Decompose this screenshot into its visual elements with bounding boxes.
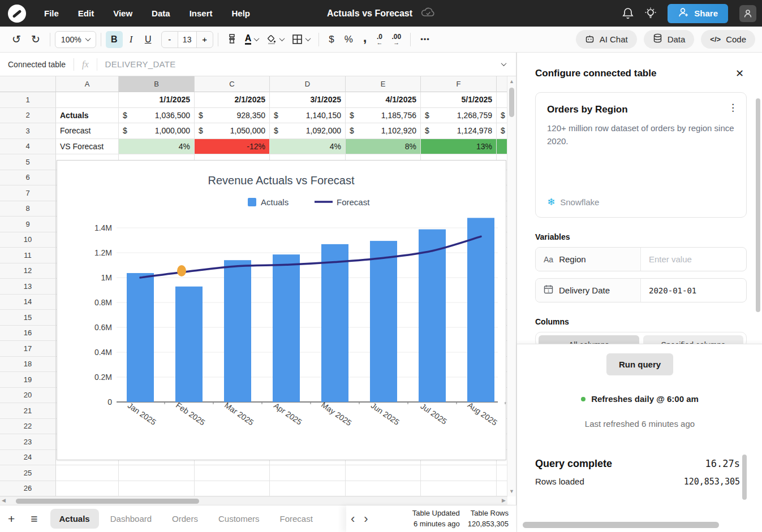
borders-button[interactable] <box>288 34 314 45</box>
formula-input[interactable]: DELIVERY_DATE <box>97 59 502 69</box>
tab-customers[interactable]: Customers <box>209 509 269 529</box>
row-header-20[interactable]: 20 <box>0 388 56 404</box>
sheet-list-menu-icon[interactable]: ≡ <box>23 512 45 526</box>
cell[interactable] <box>346 481 421 497</box>
underline-button[interactable]: U <box>140 31 157 48</box>
row-header-11[interactable]: 11 <box>0 248 56 263</box>
tab-dashboard[interactable]: Dashboard <box>101 509 161 529</box>
cell[interactable]: 5/1/2025 <box>421 92 497 108</box>
cell[interactable]: $1,124,978 <box>421 123 497 139</box>
vertical-scroll-thumb[interactable] <box>509 88 514 117</box>
panel-scroll-thumb[interactable] <box>756 98 760 312</box>
column-header-E[interactable]: E <box>346 76 421 92</box>
code-panel-button[interactable]: </> Code <box>701 30 755 49</box>
cell[interactable]: Forecast <box>56 123 119 139</box>
kebab-menu-icon[interactable]: ⋮ <box>728 102 738 114</box>
undo-icon[interactable]: ↺ <box>7 34 26 45</box>
cell[interactable] <box>497 481 507 497</box>
cell[interactable] <box>270 481 346 497</box>
row-header-7[interactable]: 7 <box>0 185 56 201</box>
formula-bar-expand-icon[interactable] <box>501 60 507 66</box>
row-header-4[interactable]: 4 <box>0 139 56 155</box>
next-tab-icon[interactable]: › <box>359 513 372 525</box>
query-section-scroll-thumb[interactable] <box>742 455 747 500</box>
increase-decimal-icon[interactable]: .00→ <box>387 33 406 46</box>
grid-corner[interactable] <box>0 76 56 92</box>
row-header-9[interactable]: 9 <box>0 217 56 232</box>
cell[interactable]: $1,140,150 <box>270 108 346 124</box>
decrease-decimal-icon[interactable]: .0← <box>372 33 387 46</box>
notifications-bell-icon[interactable] <box>622 7 634 20</box>
menu-edit[interactable]: Edit <box>78 8 94 18</box>
menu-data[interactable]: Data <box>152 8 170 18</box>
row-header-25[interactable]: 25 <box>0 465 56 481</box>
zoom-level-dropdown[interactable]: 100% <box>55 31 96 48</box>
text-color-button[interactable]: A <box>241 34 263 45</box>
tab-actuals[interactable]: Actuals <box>50 509 99 529</box>
row-header-24[interactable]: 24 <box>0 450 56 466</box>
cell[interactable] <box>195 481 270 497</box>
fill-color-button[interactable] <box>262 34 288 45</box>
menu-help[interactable]: Help <box>231 8 250 18</box>
column-header-A[interactable]: A <box>56 76 119 92</box>
cell[interactable]: 8% <box>346 139 421 155</box>
cell[interactable]: 1/1/2025 <box>119 92 195 108</box>
scroll-left-icon[interactable]: ◀ <box>2 498 6 503</box>
cell[interactable]: $1,036,500 <box>119 108 195 124</box>
region-value-input[interactable]: Enter value <box>649 254 692 264</box>
close-icon[interactable]: ✕ <box>735 67 744 80</box>
cell[interactable] <box>270 465 346 481</box>
row-header-13[interactable]: 13 <box>0 279 56 295</box>
currency-format-icon[interactable]: $ <box>324 34 339 44</box>
prev-tab-icon[interactable]: ‹ <box>346 513 359 525</box>
row-header-19[interactable]: 19 <box>0 372 56 388</box>
ai-chat-button[interactable]: AI Chat <box>576 30 637 49</box>
cell[interactable] <box>56 465 119 481</box>
add-sheet-button[interactable]: + <box>0 512 23 526</box>
cell[interactable]: -12% <box>195 139 270 155</box>
cell[interactable]: $1,092,000 <box>270 123 346 139</box>
row-header-26[interactable]: 26 <box>0 481 56 497</box>
cell[interactable]: VS Forecast <box>56 139 119 155</box>
cell[interactable] <box>421 481 497 497</box>
row-header-18[interactable]: 18 <box>0 357 56 373</box>
cell[interactable] <box>195 465 270 481</box>
scroll-up-icon[interactable]: ▲ <box>509 79 514 84</box>
cell[interactable]: $1,000,000 <box>119 123 195 139</box>
cell[interactable]: $928,350 <box>195 108 270 124</box>
row-header-1[interactable]: 1 <box>0 92 56 108</box>
cell[interactable]: $1,268,759 <box>421 108 497 124</box>
row-header-5[interactable]: 5 <box>0 154 56 170</box>
cell[interactable] <box>56 481 119 497</box>
font-size-decrease-button[interactable]: - <box>162 32 178 47</box>
scroll-right-icon[interactable]: ▶ <box>502 498 506 503</box>
delivery-date-value-input[interactable]: 2020-01-01 <box>649 286 696 295</box>
comma-format-icon[interactable]: , <box>358 31 372 44</box>
cell[interactable] <box>346 465 421 481</box>
row-header-3[interactable]: 3 <box>0 123 56 139</box>
paint-format-icon[interactable] <box>223 33 241 46</box>
run-query-button[interactable]: Run query <box>606 353 673 375</box>
row-header-21[interactable]: 21 <box>0 403 56 419</box>
embedded-chart[interactable]: Revenue Actuals vs ForecastActualsForeca… <box>57 160 506 460</box>
tab-forecast[interactable]: Forecast <box>270 509 321 529</box>
row-header-8[interactable]: 8 <box>0 201 56 217</box>
data-panel-button[interactable]: Data <box>644 30 695 49</box>
column-header-B[interactable]: B <box>119 76 195 92</box>
cell[interactable]: $ <box>497 108 507 124</box>
cell[interactable] <box>119 465 195 481</box>
cell[interactable] <box>119 481 195 497</box>
cell[interactable]: 4/1/2025 <box>346 92 421 108</box>
panel-horizontal-scroll-thumb[interactable] <box>523 522 719 528</box>
account-avatar-button[interactable] <box>739 5 756 22</box>
cell[interactable]: 13% <box>421 139 497 155</box>
column-header-partial[interactable] <box>497 76 507 92</box>
tab-orders[interactable]: Orders <box>163 509 207 529</box>
cell[interactable]: 3/1/2025 <box>270 92 346 108</box>
row-header-23[interactable]: 23 <box>0 434 56 450</box>
font-size-increase-button[interactable]: + <box>197 32 213 47</box>
cell[interactable] <box>497 465 507 481</box>
cell[interactable] <box>497 92 507 108</box>
row-header-10[interactable]: 10 <box>0 232 56 248</box>
row-header-6[interactable]: 6 <box>0 170 56 186</box>
